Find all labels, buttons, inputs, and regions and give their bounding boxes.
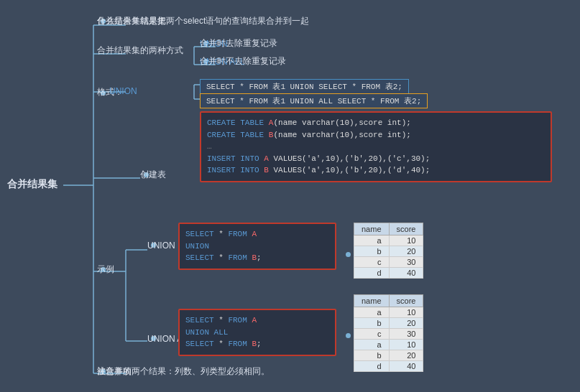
create-code: CREATE TABLE A(name varchar(10),score in… (200, 111, 552, 182)
note-desc: 被合并的两个结果：列数、列类型必须相同。 (97, 365, 270, 378)
code-line-4: INSERT INTO A VALUES('a',10),('b',20),('… (207, 153, 545, 165)
union-example-label: UNION (147, 241, 175, 251)
cell: 10 (389, 340, 423, 350)
format-sql1: SELECT * FROM 表1 UNION SELECT * FROM 表2; (200, 79, 409, 94)
root-label: 合并结果集 (7, 178, 57, 191)
union-code-1: SELECT * FROM A (185, 228, 329, 241)
format-sql2: SELECT * FROM 表1 UNION ALL SELECT * FROM… (200, 93, 428, 108)
code-line-5: INSERT INTO B VALUES('a',10),('b',20),('… (207, 164, 545, 177)
union-all-desc: 合并时不去除重复记录 (200, 55, 286, 67)
union-all-code-box: SELECT * FROM A UNION ALL SELECT * FROM … (178, 309, 336, 356)
cell: 10 (389, 307, 423, 318)
cell: 30 (389, 257, 423, 268)
cell: 20 (389, 318, 423, 329)
note-row: 注意事项 被合并的两个结果：列数、列类型必须相同。 (97, 369, 109, 374)
col-score-2: score (389, 295, 423, 307)
col-name-1: name (354, 223, 390, 235)
example-label-row: 示例 (97, 267, 109, 272)
cell: a (354, 235, 390, 246)
code-line-3: … (207, 141, 545, 153)
what-is-node: 什么是合并结果集 合并结果集就是把两个select语句的查询结果合并到一起 (97, 19, 109, 24)
cell: c (354, 257, 390, 268)
cell: b (354, 246, 390, 257)
create-label: 创建表 (140, 169, 166, 181)
union-sub: UNION 合并时去除重复记录 (200, 41, 212, 46)
cell: 40 (389, 268, 423, 279)
cell: 20 (389, 246, 423, 257)
union-all-code-3: SELECT * FROM B; (185, 338, 329, 350)
table-row: c30 (354, 257, 423, 268)
cell: 20 (389, 350, 423, 361)
example-label: 示例 (97, 263, 114, 276)
cell: 40 (389, 361, 423, 372)
union-code-box: SELECT * FROM A UNION SELECT * FROM B; (178, 223, 336, 270)
union-all-label-row: UNION ALL (147, 336, 160, 341)
union-result-bullet (346, 252, 351, 257)
format-line1: SELECT * FROM 表1 UNION SELECT * FROM 表2; (200, 79, 409, 94)
create-code-box: CREATE TABLE A(name varchar(10),score in… (200, 111, 552, 182)
union-all-code-2: UNION ALL (185, 327, 329, 339)
union-code-3: SELECT * FROM B; (185, 252, 329, 264)
col-score-1: score (389, 223, 423, 235)
union-all-code-1: SELECT * FROM A (185, 314, 329, 327)
union-result-table: name score a10 b20 c30 d40 (354, 223, 423, 279)
table-row: b20 (354, 318, 423, 329)
table-row: c30 (354, 329, 423, 340)
cell: d (354, 361, 390, 372)
format-node: 格式： UNION (97, 86, 109, 99)
union-all-result-bullet (346, 333, 351, 338)
table-row: d40 (354, 361, 423, 372)
cell: b (354, 318, 390, 329)
code-line-1: CREATE TABLE A(name varchar(10),score in… (207, 117, 545, 129)
cell: b (354, 350, 390, 361)
cell: a (354, 307, 390, 318)
cell: c (354, 329, 390, 340)
create-label-row: 创建表 (140, 172, 152, 177)
cell: 10 (389, 235, 423, 246)
union-all-table: name score a10 b20 c30 a10 b20 d40 (354, 294, 423, 372)
table-row: a10 (354, 340, 423, 350)
table-row: a10 (354, 307, 423, 318)
union-all-sub: UNION ALL 合并时不去除重复记录 (200, 59, 212, 64)
table-row: a10 (354, 235, 423, 246)
what-desc: 合并结果集就是把两个select语句的查询结果合并到一起 (97, 15, 309, 27)
union-desc: 合并时去除重复记录 (200, 37, 277, 50)
table-row: b20 (354, 246, 423, 257)
format-union-kw: UNION (109, 86, 137, 96)
union-code: SELECT * FROM A UNION SELECT * FROM B; (178, 223, 336, 270)
union-all-result-table: name score a10 b20 c30 a10 b20 d40 (354, 294, 423, 372)
table-row: d40 (354, 268, 423, 279)
union-all-code: SELECT * FROM A UNION ALL SELECT * FROM … (178, 309, 336, 356)
table-row: b20 (354, 350, 423, 361)
union-table: name score a10 b20 c30 d40 (354, 223, 423, 279)
union-code-2: UNION (185, 241, 329, 253)
cell: 30 (389, 329, 423, 340)
code-line-2: CREATE TABLE B(name varchar(10),score in… (207, 129, 545, 141)
cell: a (354, 340, 390, 350)
cell: d (354, 268, 390, 279)
format-line2: SELECT * FROM 表1 UNION ALL SELECT * FROM… (200, 93, 428, 108)
types-label: 合并结果集的两种方式 (97, 45, 183, 57)
union-label-row: UNION (147, 243, 160, 248)
col-name-2: name (354, 295, 390, 307)
